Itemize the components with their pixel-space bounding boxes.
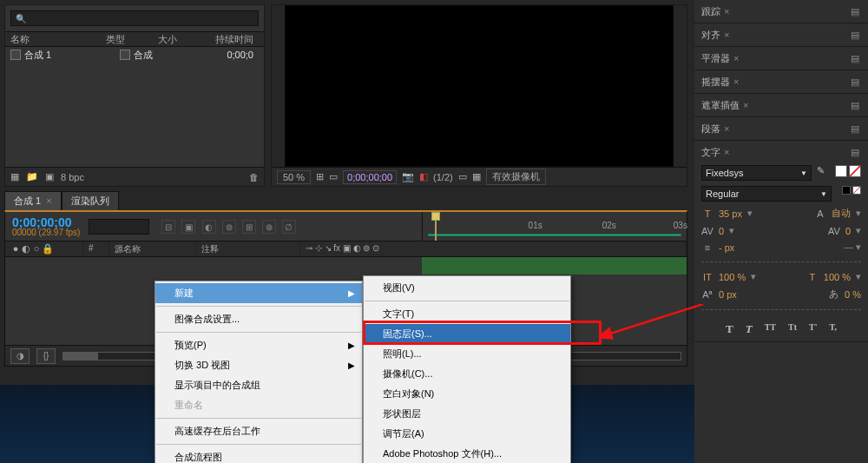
- active-camera-dropdown[interactable]: 有效摄像机: [486, 169, 546, 185]
- work-area-bar[interactable]: [428, 234, 681, 236]
- close-icon[interactable]: ×: [724, 123, 729, 134]
- project-search-input[interactable]: [10, 10, 259, 26]
- panel-smoother[interactable]: 平滑器: [701, 52, 730, 65]
- submenu-null[interactable]: 空白对象(N): [364, 384, 570, 404]
- graph-editor-icon[interactable]: ⊞: [242, 220, 256, 234]
- comment-col[interactable]: 注释: [196, 241, 300, 256]
- fill-color[interactable]: [835, 165, 847, 177]
- panel-menu-icon[interactable]: ▤: [851, 30, 861, 41]
- stroke-color[interactable]: [849, 165, 861, 177]
- submenu-adjustment[interactable]: 调节层(A): [364, 424, 570, 444]
- stroke-width-value[interactable]: - px: [719, 242, 734, 253]
- faux-italic-button[interactable]: T: [746, 322, 753, 336]
- time-ruler[interactable]: 01s 02s 03s: [423, 217, 687, 236]
- hscale-value[interactable]: 100 %: [824, 272, 851, 282]
- channel-icon[interactable]: ◧: [419, 171, 428, 182]
- close-icon[interactable]: ×: [743, 100, 748, 110]
- viewer-timecode[interactable]: 0;00;00;00: [343, 170, 397, 184]
- submenu-shape[interactable]: 形状图层: [364, 404, 570, 424]
- font-style-dropdown[interactable]: Regular▼: [701, 186, 832, 202]
- transparency-grid-icon[interactable]: ▦: [472, 171, 481, 182]
- brain-icon[interactable]: ⊛: [262, 220, 276, 234]
- tab-comp-1[interactable]: 合成 1×: [4, 191, 62, 210]
- menu-toggle-3d-view[interactable]: 切换 3D 视图▶: [155, 355, 362, 375]
- faux-bold-button[interactable]: T: [726, 322, 733, 336]
- close-icon[interactable]: ×: [733, 76, 739, 87]
- col-duration[interactable]: 持续时间: [197, 33, 259, 46]
- playhead[interactable]: [431, 212, 440, 241]
- grid-icon[interactable]: ⊞: [316, 171, 324, 182]
- video-eye-icon[interactable]: ●: [10, 243, 21, 254]
- menu-preview[interactable]: 预览(P)▶: [155, 335, 362, 355]
- viewer-canvas[interactable]: [285, 5, 674, 167]
- trash-icon[interactable]: 🗑: [249, 172, 259, 182]
- zoom-dropdown[interactable]: 50 %: [277, 170, 311, 184]
- lock-icon[interactable]: 🔒: [42, 243, 52, 255]
- no-stroke-icon[interactable]: [852, 186, 861, 195]
- comp-track-bar[interactable]: [422, 257, 687, 274]
- close-icon[interactable]: ×: [46, 195, 51, 206]
- submenu-light[interactable]: 照明(L)...: [364, 344, 570, 364]
- bpc-toggle[interactable]: 8 bpc: [61, 172, 84, 182]
- snapshot-icon[interactable]: 📷: [402, 171, 414, 182]
- submenu-text[interactable]: 文字(T): [364, 304, 570, 324]
- resolution-ratio[interactable]: (1/2): [433, 172, 453, 182]
- close-icon[interactable]: ×: [724, 147, 729, 157]
- menu-flowchart[interactable]: 合成流程图: [155, 447, 362, 463]
- tracking-value[interactable]: 0: [845, 226, 851, 236]
- menu-new[interactable]: 新建▶: [155, 283, 362, 303]
- menu-reveal-comp[interactable]: 显示项目中的合成组: [155, 375, 362, 395]
- source-name-col[interactable]: 源名称: [109, 241, 196, 256]
- motion-blur-icon[interactable]: ⊚: [222, 220, 236, 234]
- tsume-value[interactable]: 0 %: [845, 289, 861, 300]
- leading-value[interactable]: 自动: [832, 207, 851, 220]
- close-icon[interactable]: ×: [724, 30, 729, 40]
- col-name[interactable]: 名称: [10, 33, 106, 46]
- kerning-value[interactable]: 0: [719, 226, 724, 236]
- audio-speaker-icon[interactable]: ◐: [21, 243, 31, 255]
- draft3d-icon[interactable]: ▣: [181, 220, 195, 234]
- font-family-dropdown[interactable]: Fixedsys▼: [701, 165, 812, 181]
- switches-col[interactable]: ⊸ ⊹ ↘ fx ▣ ◐ ⊚ ⊙: [300, 241, 687, 256]
- menu-comp-settings[interactable]: 图像合成设置...: [155, 309, 362, 329]
- close-icon[interactable]: ×: [724, 6, 729, 17]
- aa-icon[interactable]: ∅: [282, 220, 296, 234]
- submenu-solid[interactable]: 固态层(S)...: [364, 324, 570, 344]
- submenu-photoshop[interactable]: Adobe Photoshop 文件(H)...: [364, 444, 570, 463]
- tab-render-queue[interactable]: 渲染队列: [62, 191, 119, 210]
- shy-icon[interactable]: ⊟: [161, 220, 175, 234]
- col-type[interactable]: 类型: [106, 33, 158, 46]
- panel-paragraph[interactable]: 段落: [701, 122, 720, 136]
- submenu-camera[interactable]: 摄像机(C)...: [364, 364, 570, 384]
- folder-icon[interactable]: 📁: [26, 171, 38, 182]
- frame-blend-icon[interactable]: ◐: [202, 220, 216, 234]
- new-comp-icon[interactable]: ▣: [45, 171, 54, 182]
- panel-mask-interp[interactable]: 遮罩插值: [701, 99, 740, 112]
- panel-menu-icon[interactable]: ▤: [851, 123, 861, 135]
- all-caps-button[interactable]: TT: [765, 322, 776, 336]
- panel-menu-icon[interactable]: ▤: [851, 147, 861, 158]
- submenu-viewer[interactable]: 视图(V): [364, 278, 570, 298]
- baseline-value[interactable]: 0 px: [719, 289, 737, 300]
- toggle-switches-button[interactable]: ◑: [10, 348, 30, 364]
- solo-icon[interactable]: ○: [31, 243, 42, 254]
- panel-tracker[interactable]: 跟踪: [701, 5, 720, 18]
- superscript-button[interactable]: T': [809, 322, 817, 336]
- menu-cache-bg[interactable]: 高速缓存在后台工作: [155, 421, 362, 441]
- close-icon[interactable]: ×: [733, 53, 739, 63]
- toggle-modes-button[interactable]: {}: [36, 348, 56, 364]
- project-item-row[interactable]: 合成 1 合成 0;00;0: [5, 47, 264, 63]
- vscale-value[interactable]: 100 %: [719, 272, 746, 282]
- panel-menu-icon[interactable]: ▤: [851, 76, 861, 88]
- swap-color-black[interactable]: [842, 186, 851, 195]
- roi-icon[interactable]: ▭: [458, 171, 467, 182]
- panel-menu-icon[interactable]: ▤: [851, 53, 861, 64]
- panel-menu-icon[interactable]: ▤: [851, 100, 861, 111]
- safe-zone-icon[interactable]: ▭: [329, 171, 338, 182]
- col-size[interactable]: 大小: [158, 33, 197, 46]
- small-caps-button[interactable]: Tt: [788, 322, 797, 336]
- panel-align[interactable]: 对齐: [701, 29, 720, 42]
- interp-icon[interactable]: ▦: [10, 171, 19, 182]
- layer-num-col[interactable]: #: [83, 241, 109, 256]
- panel-wiggler[interactable]: 摇摆器: [701, 76, 730, 89]
